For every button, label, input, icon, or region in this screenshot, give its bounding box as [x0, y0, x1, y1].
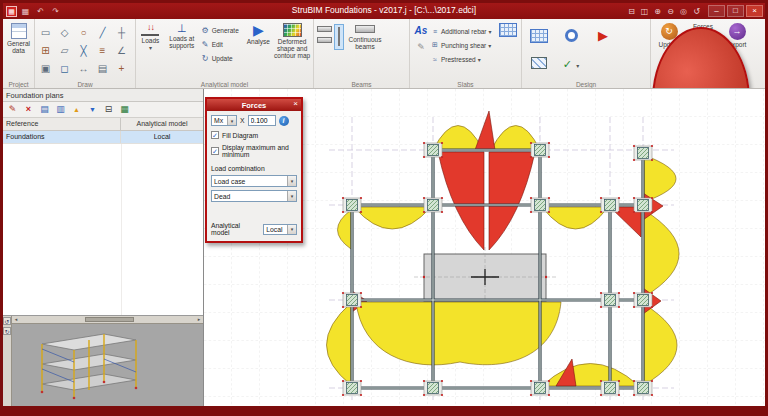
beam-icon[interactable] [317, 26, 332, 32]
drawing-canvas[interactable]: Forces × Mx ▾ X i ✓ Fill Diagram [204, 89, 765, 406]
table-body[interactable] [3, 144, 203, 316]
chevron-down-icon[interactable]: ▾ [287, 191, 296, 201]
loads-at-supports-button[interactable]: ⊥ Loads at supports [164, 21, 200, 49]
draw-tool-icon[interactable]: ↔ [74, 59, 93, 77]
previous-view-icon[interactable]: ↺ [690, 7, 703, 16]
general-data-button[interactable]: General data [4, 21, 33, 54]
analyse-play-icon: ▶ [253, 23, 264, 37]
draw-tool-icon[interactable]: ≡ [93, 41, 112, 59]
preview-scrollbar[interactable]: ◂ ▸ [12, 316, 203, 324]
draw-tool-icon[interactable]: ∠ [112, 41, 131, 59]
continuous-beam-icon [355, 25, 375, 33]
fill-diagram-checkbox[interactable]: ✓ [211, 131, 219, 139]
preview-3d[interactable] [12, 324, 203, 406]
prestressed-button[interactable]: ≈ Prestressed ▾ [431, 53, 497, 65]
draw-tool-icon[interactable]: ▱ [55, 41, 74, 59]
slab-mesh-button[interactable] [497, 21, 519, 37]
mesh-grid-icon [499, 23, 517, 37]
delete-icon[interactable]: × [22, 103, 35, 116]
edit-button[interactable]: ✎ Edit [200, 38, 245, 51]
edit-icon[interactable]: ✎ [6, 103, 19, 116]
contour-map-icon [283, 23, 302, 37]
draw-tool-icon[interactable]: ◻ [55, 59, 74, 77]
print-icon[interactable]: ⊟ [102, 103, 115, 116]
generate-button[interactable]: ⚙ Generate [200, 24, 245, 37]
app-icon[interactable]: ▦ [6, 6, 17, 17]
orbit-icon[interactable]: ↺ [3, 317, 11, 325]
chevron-down-icon: ▾ [478, 56, 481, 63]
foundation-plans-panel: Foundation plans ✎ × ▤ ▥ ▲ ▼ ⊟ ▦ Referen… [3, 89, 204, 406]
scrollbar-thumb[interactable] [85, 317, 135, 322]
duplicate-icon[interactable]: ▥ [54, 103, 67, 116]
zoom-window-icon[interactable]: ◫ [638, 7, 651, 16]
maximize-button[interactable]: □ [727, 5, 744, 17]
display-max-min-checkbox[interactable]: ✓ [211, 147, 219, 155]
info-icon[interactable]: i [279, 116, 289, 126]
check-design-button[interactable]: ✓ ▾ [563, 54, 580, 72]
additional-rebar-button[interactable]: ≡ Additional rebar ▾ [431, 25, 497, 37]
ribbon-group-beams: Continuous beams Beams [314, 19, 410, 88]
update-button[interactable]: ↻ Update [200, 52, 245, 65]
x-input[interactable] [248, 115, 276, 126]
draw-tool-icon[interactable]: ╱ [93, 23, 112, 41]
zoom-out-icon[interactable]: ⊖ [664, 7, 677, 16]
print-icon[interactable]: ⊟ [625, 7, 638, 16]
combination-type-select[interactable]: Load case ▾ [211, 175, 297, 187]
draw-tool-icon[interactable]: ▭ [36, 23, 55, 41]
copy-icon[interactable]: ▤ [38, 103, 51, 116]
column-reference[interactable]: Reference [3, 118, 121, 130]
group-label-analytical-model: Analytical model [136, 81, 313, 88]
forces-dialog-titlebar[interactable]: Forces × [207, 99, 301, 111]
draw-tool-icon[interactable]: ◇ [55, 23, 74, 41]
draw-tool-icon[interactable]: ⊞ [36, 41, 55, 59]
donut-chart-icon[interactable] [565, 29, 578, 42]
bim-forces-button[interactable]: ↯ Forces [686, 21, 720, 30]
component-select[interactable]: Mx ▾ [211, 115, 237, 126]
chevron-down-icon[interactable]: ▾ [287, 225, 296, 234]
hatched-slab-icon[interactable] [531, 57, 547, 69]
column-analytical-model[interactable]: Analytical model [121, 118, 203, 130]
rebar-areas-icon[interactable]: As [411, 26, 431, 36]
close-icon[interactable]: × [293, 100, 298, 108]
analyse-button[interactable]: ▶ Analyse [244, 21, 272, 45]
save-icon[interactable]: ▦ [19, 7, 32, 16]
draw-tool-icon[interactable]: ○ [74, 23, 93, 41]
design-mesh-icon[interactable] [530, 29, 548, 43]
chevron-down-icon[interactable]: ▾ [227, 116, 236, 125]
move-down-icon[interactable]: ▼ [86, 103, 99, 116]
pencil-icon[interactable]: ✎ [411, 42, 431, 52]
scroll-left-icon[interactable]: ◂ [12, 317, 20, 322]
minimize-button[interactable]: – [708, 5, 725, 17]
undo-icon[interactable]: ↶ [34, 7, 47, 16]
draw-tool-icon[interactable]: ▤ [93, 59, 112, 77]
analytical-model-label: Analytical model [211, 222, 260, 236]
orbit-icon[interactable]: ↻ [3, 327, 11, 335]
export-arrow-icon: → [729, 23, 746, 40]
loads-button[interactable]: ↓↓ Loads ▾ [137, 21, 164, 51]
zoom-in-icon[interactable]: ⊕ [651, 7, 664, 16]
analytical-model-select[interactable]: Local ▾ [263, 224, 297, 235]
draw-tool-icon[interactable]: ┼ [112, 23, 131, 41]
close-button[interactable]: × [746, 5, 763, 17]
calculate-play-icon[interactable]: ▶ [598, 29, 608, 42]
deformed-shape-button[interactable]: Deformed shape and contour map [272, 21, 312, 59]
redo-icon[interactable]: ↷ [49, 7, 62, 16]
scroll-right-icon[interactable]: ▸ [195, 317, 203, 322]
draw-tool-icon[interactable]: ▣ [36, 59, 55, 77]
draw-tool-icon[interactable]: ╳ [74, 41, 93, 59]
slab-tools-stack: As ✎ [411, 21, 431, 52]
draw-tool-icon[interactable]: + [112, 59, 131, 77]
move-up-icon[interactable]: ▲ [70, 103, 83, 116]
table-row[interactable]: Foundations Local [3, 131, 203, 144]
zoom-extents-icon[interactable]: ◎ [677, 7, 690, 16]
generate-icon: ⚙ [201, 26, 210, 35]
load-case-select[interactable]: Dead ▾ [211, 190, 297, 202]
row-model: Local [121, 131, 203, 143]
punching-shear-button[interactable]: ⊞ Punching shear ▾ [431, 39, 497, 51]
chevron-down-icon[interactable]: ▾ [287, 176, 296, 186]
continuous-beams-button[interactable]: Continuous beams [344, 21, 386, 50]
continuous-beams-label: Continuous beams [344, 36, 386, 50]
beam-icon[interactable] [317, 37, 332, 43]
beam-selected-tool[interactable] [334, 24, 344, 50]
spreadsheet-icon[interactable]: ▦ [118, 103, 131, 116]
